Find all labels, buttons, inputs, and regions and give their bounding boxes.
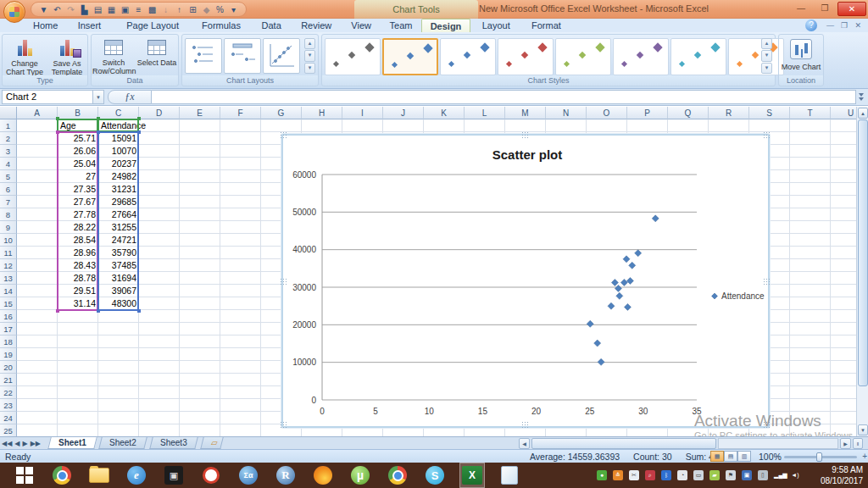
row-header-6[interactable]: 6	[0, 183, 17, 196]
column-header-F[interactable]: F	[220, 107, 261, 119]
taskbar-math-app-icon[interactable]: Σα	[236, 463, 261, 488]
tray-remote-icon[interactable]: ▣	[742, 470, 752, 480]
vertical-scroll-thumb[interactable]	[858, 119, 868, 386]
data-point[interactable]	[623, 256, 630, 263]
hscroll-right-icon[interactable]: ▶	[840, 438, 851, 449]
chart-style-option-7[interactable]	[670, 38, 726, 75]
styles-scroll-up-icon[interactable]: ▲	[761, 38, 772, 49]
column-header-K[interactable]: K	[424, 107, 465, 119]
taskbar-excel-icon[interactable]: X	[459, 463, 485, 488]
tab-view[interactable]: View	[342, 19, 381, 32]
switch-row-column-button[interactable]: Switch Row/Column	[92, 37, 135, 76]
column-header-R[interactable]: R	[709, 107, 749, 119]
chart-style-option-5[interactable]	[555, 38, 611, 75]
chart-selection-handle[interactable]	[763, 278, 771, 285]
data-point[interactable]	[611, 280, 618, 286]
tab-insert[interactable]: Insert	[65, 19, 114, 32]
column-header-U[interactable]: U	[831, 107, 856, 119]
next-sheet-icon[interactable]: ▶	[22, 438, 27, 449]
layout-option-3[interactable]	[263, 38, 300, 74]
name-box[interactable]: Chart 2	[2, 90, 93, 104]
horizontal-scroll-track[interactable]	[718, 438, 838, 449]
taskbar-clock[interactable]: 9:58 AM 08/10/2017	[821, 464, 863, 486]
chart-selection-handle[interactable]	[280, 421, 288, 428]
data-point[interactable]	[629, 262, 636, 269]
tab-split-handle[interactable]: ‖	[853, 438, 863, 449]
minimize-button[interactable]: —	[790, 2, 812, 16]
undo-icon[interactable]: ↶	[52, 4, 63, 15]
tab-home[interactable]: Home	[25, 19, 64, 32]
taskbar-skype-icon[interactable]: S	[422, 463, 448, 488]
row-header-15[interactable]: 15	[0, 297, 17, 310]
picture-icon[interactable]: ▩	[147, 4, 158, 15]
chart-settings-icon[interactable]: ▙	[79, 4, 90, 15]
taskbar-browser-icon[interactable]	[385, 463, 410, 488]
row-header-23[interactable]: 23	[0, 399, 17, 412]
tray-onenote-icon[interactable]: ▰	[709, 470, 720, 480]
data-point[interactable]	[615, 285, 621, 291]
column-header-E[interactable]: E	[180, 107, 220, 119]
tray-phone-icon[interactable]: ▯	[758, 470, 768, 480]
save-icon[interactable]: ▼	[38, 4, 49, 15]
taskbar-notepad-icon[interactable]	[497, 463, 522, 488]
sort-ascending-icon[interactable]: ↑	[174, 4, 185, 15]
chart-object[interactable]: 0100002000030000400005000060000051015202…	[281, 134, 770, 428]
styles-more-icon[interactable]: ▼	[761, 63, 772, 74]
row-header-11[interactable]: 11	[0, 247, 17, 259]
data-point[interactable]	[635, 250, 642, 257]
data-point[interactable]	[587, 320, 593, 327]
row-header-10[interactable]: 10	[0, 234, 17, 247]
column-header-M[interactable]: M	[505, 107, 546, 119]
tray-display-icon[interactable]: ▭	[693, 470, 704, 480]
vertical-scrollbar[interactable]: ▲ ▼	[856, 107, 868, 436]
column-header-L[interactable]: L	[465, 107, 505, 119]
selection-handle[interactable]	[137, 309, 141, 313]
chart-title[interactable]: Scatter plot	[492, 147, 563, 162]
chart-style-option-2[interactable]	[382, 38, 438, 75]
scroll-down-icon[interactable]: ▼	[858, 424, 868, 435]
taskbar-start-icon[interactable]	[12, 463, 37, 488]
tray-snipping-icon[interactable]: ✂	[629, 470, 639, 480]
chart-style-option-3[interactable]	[440, 38, 496, 75]
row-header-24[interactable]: 24	[0, 412, 17, 424]
row-header-7[interactable]: 7	[0, 196, 17, 208]
row-header-2[interactable]: 2	[0, 132, 17, 145]
document-icon[interactable]: ▤	[92, 4, 103, 15]
selection-handle[interactable]	[56, 130, 59, 134]
insert-function-button[interactable]: ƒx	[108, 90, 152, 104]
row-header-21[interactable]: 21	[0, 374, 17, 386]
row-header-16[interactable]: 16	[0, 310, 17, 323]
first-sheet-icon[interactable]: ◀◀	[2, 438, 12, 449]
column-header-H[interactable]: H	[302, 107, 342, 119]
copy-document-icon[interactable]: ▦	[106, 4, 117, 15]
select-data-button[interactable]: Select Data	[136, 37, 178, 76]
save-as-template-button[interactable]: Save As Template	[46, 37, 88, 76]
sheet-tab-sheet3[interactable]: Sheet3	[149, 437, 198, 449]
zoom-in-icon[interactable]: +	[862, 452, 867, 461]
paste-icon[interactable]: ▣	[120, 4, 131, 15]
selection-handle[interactable]	[56, 117, 59, 120]
zoom-out-icon[interactable]: −	[776, 452, 781, 461]
tab-page-layout[interactable]: Page Layout	[115, 19, 190, 32]
chart-style-option-8[interactable]	[728, 38, 784, 75]
tab-formulas[interactable]: Formulas	[192, 19, 251, 32]
close-button[interactable]: ✕	[837, 2, 866, 16]
move-chart-button[interactable]: Move Chart	[780, 37, 822, 76]
taskbar-chrome-icon[interactable]	[49, 463, 75, 488]
selection-handle[interactable]	[97, 309, 100, 313]
taskbar-internet-explorer-icon[interactable]: e	[124, 463, 149, 488]
select-all-corner[interactable]	[0, 107, 17, 119]
normal-view-button[interactable]: ▦	[710, 451, 724, 462]
change-chart-type-button[interactable]: Change Chart Type	[3, 37, 46, 76]
sort-descending-icon[interactable]: ↓	[160, 4, 171, 15]
row-header-8[interactable]: 8	[0, 208, 17, 221]
expand-formula-bar-icon[interactable]	[857, 92, 866, 103]
layouts-more-icon[interactable]: ▼	[304, 63, 315, 74]
workbook-close-button[interactable]: ✕	[854, 21, 861, 30]
chart-style-option-4[interactable]	[498, 38, 554, 75]
column-header-N[interactable]: N	[546, 107, 587, 119]
taskbar-camera-app-icon[interactable]: ▣	[161, 463, 186, 488]
tray-search-icon[interactable]: ⌕	[645, 470, 655, 480]
data-point[interactable]	[616, 292, 623, 299]
legend-label[interactable]: Attendance	[721, 291, 765, 301]
